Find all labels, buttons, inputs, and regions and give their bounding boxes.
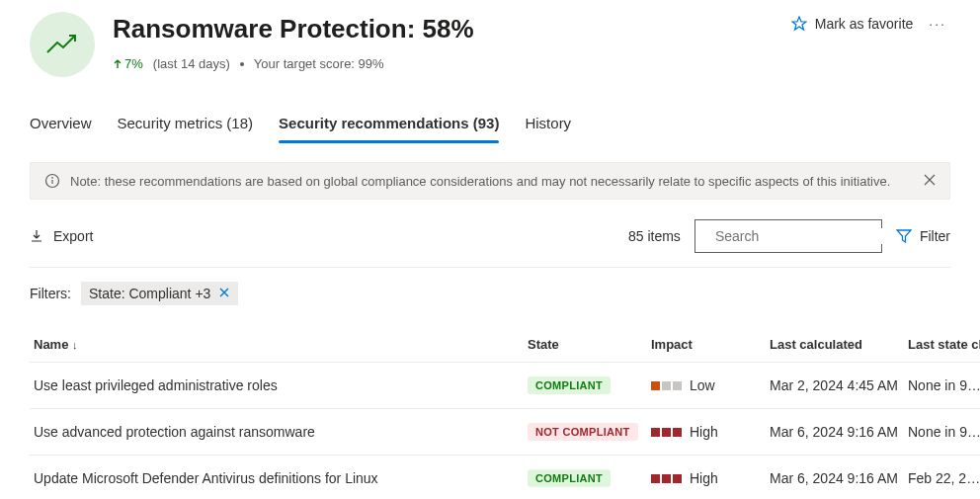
search-input[interactable] (715, 228, 888, 244)
tab-security-recommendations-93[interactable]: Security recommendations (93) (279, 105, 499, 143)
info-icon (44, 173, 60, 189)
row-name: Update Microsoft Defender Antivirus defi… (30, 456, 524, 500)
row-change: None in 90 d (904, 363, 980, 409)
tab-security-metrics-18[interactable]: Security metrics (18) (118, 105, 254, 143)
filter-icon (896, 228, 912, 244)
row-impact: High (647, 456, 766, 500)
col-header-state[interactable]: State (524, 327, 647, 363)
filter-button[interactable]: Filter (896, 228, 950, 244)
target-score: Your target score: 99% (254, 56, 384, 71)
note-text: Note: these recommendations are based on… (70, 174, 914, 189)
row-impact: High (647, 409, 766, 456)
row-change: Feb 22, 2024 (904, 456, 980, 500)
tab-overview[interactable]: Overview (30, 105, 92, 143)
filter-chip-label: State: Compliant +3 (89, 286, 210, 301)
row-state: COMPLIANT (524, 456, 647, 500)
delta-badge: 7% (113, 56, 143, 71)
delta-value: 7% (124, 56, 143, 71)
table-row[interactable]: Use advanced protection against ransomwa… (30, 409, 980, 456)
table-row[interactable]: Update Microsoft Defender Antivirus defi… (30, 456, 980, 500)
trend-up-icon (30, 12, 95, 77)
row-impact: Low (647, 363, 766, 409)
row-change: None in 90 d (904, 409, 980, 456)
delta-range: (last 14 days) (153, 56, 230, 71)
export-button[interactable]: Export (30, 228, 93, 244)
export-label: Export (53, 228, 93, 244)
download-icon (30, 229, 43, 243)
row-calculated: Mar 6, 2024 9:16 AM (766, 456, 904, 500)
separator-dot (240, 62, 244, 66)
row-calculated: Mar 2, 2024 4:45 AM (766, 363, 904, 409)
filters-label: Filters: (30, 286, 71, 301)
filter-label: Filter (920, 228, 950, 244)
remove-filter-icon[interactable] (218, 286, 230, 301)
row-calculated: Mar 6, 2024 9:16 AM (766, 409, 904, 456)
col-header-calculated[interactable]: Last calculated (766, 327, 904, 363)
row-name: Use advanced protection against ransomwa… (30, 409, 524, 456)
favorite-label: Mark as favorite (815, 16, 914, 32)
row-state: NOT COMPLIANT (524, 409, 647, 456)
row-state: COMPLIANT (524, 363, 647, 409)
page-title: Ransomware Protection: 58% (113, 14, 774, 44)
star-icon (791, 16, 807, 32)
col-header-name[interactable]: Name ↓ (30, 327, 524, 363)
svg-point-2 (51, 177, 53, 179)
close-icon[interactable] (924, 174, 936, 189)
arrow-up-icon (113, 59, 122, 69)
row-name: Use least privileged administrative role… (30, 363, 524, 409)
col-header-change[interactable]: Last state ch (904, 327, 980, 363)
filter-chip-state[interactable]: State: Compliant +3 (81, 282, 238, 305)
col-header-impact[interactable]: Impact (647, 327, 766, 363)
search-box[interactable] (694, 219, 882, 253)
tab-history[interactable]: History (525, 105, 571, 143)
items-count: 85 items (628, 228, 681, 244)
table-row[interactable]: Use least privileged administrative role… (30, 363, 980, 409)
sort-desc-icon: ↓ (72, 339, 78, 351)
info-note-bar: Note: these recommendations are based on… (30, 162, 950, 200)
mark-favorite-button[interactable]: Mark as favorite (791, 16, 914, 32)
more-actions-button[interactable]: ··· (925, 16, 950, 32)
